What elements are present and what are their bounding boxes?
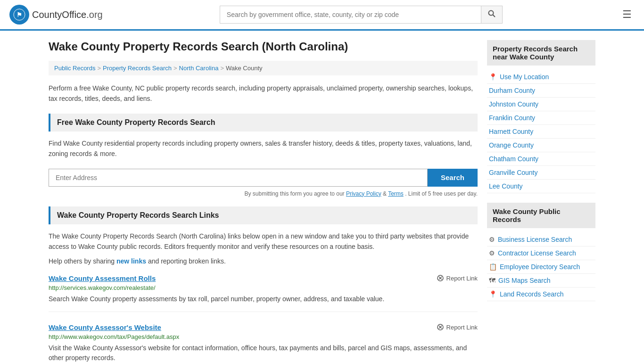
terms-link[interactable]: Terms <box>388 190 404 197</box>
header-search-area <box>220 6 503 24</box>
svg-line-3 <box>493 15 495 17</box>
privacy-policy-link[interactable]: Privacy Policy <box>346 190 381 197</box>
record-url-1[interactable]: http://services.wakegov.com/realestate/ <box>49 284 478 291</box>
land-icon: 📍 <box>489 290 497 298</box>
address-search-bar: Search <box>49 169 478 187</box>
breadcrumb-north-carolina[interactable]: North Carolina <box>179 65 219 72</box>
map-icon: 🗺 <box>489 277 495 284</box>
sidebar: Property Records Search near Wake County… <box>487 40 595 362</box>
main-content: Wake County Property Records Search (Nor… <box>49 40 478 362</box>
sidebar-item-lee[interactable]: Lee County <box>487 180 595 193</box>
report-link-2[interactable]: Report Link <box>437 323 478 331</box>
sidebar-item-land-records[interactable]: 📍 Land Records Search <box>487 288 595 301</box>
use-location-link[interactable]: Use My Location <box>500 73 549 81</box>
page-description: Perform a free Wake County, NC public pr… <box>49 83 478 104</box>
header-search-button[interactable] <box>481 6 503 24</box>
links-section-heading: Wake County Property Records Search Link… <box>49 206 478 224</box>
location-icon: 📍 <box>489 73 497 81</box>
svg-text:⚑: ⚑ <box>17 11 22 18</box>
main-container: Wake County Property Records Search (Nor… <box>39 31 605 362</box>
svg-point-2 <box>488 11 493 16</box>
site-header: ⚑ CountyOffice.org ☰ <box>0 0 644 31</box>
sidebar-item-business-license[interactable]: ⚙ Business License Search <box>487 233 595 247</box>
nearby-heading: Property Records Search near Wake County <box>487 40 595 66</box>
sidebar-item-orange[interactable]: Orange County <box>487 139 595 152</box>
share-note: Help others by sharing new links and rep… <box>49 257 478 265</box>
public-records-section: Wake County Public Records ⚙ Business Li… <box>487 203 595 301</box>
record-title-2[interactable]: Wake County Assessor's Website <box>49 323 161 331</box>
record-desc-1: Search Wake County property assessments … <box>49 294 478 304</box>
breadcrumb: Public Records > Property Records Search… <box>49 61 478 75</box>
form-note: By submitting this form you agree to our… <box>49 190 478 197</box>
sidebar-item-johnston[interactable]: Johnston County <box>487 98 595 111</box>
record-title-1[interactable]: Wake County Assessment Rolls <box>49 274 156 282</box>
links-description: The Wake County Property Records Search … <box>49 231 478 252</box>
record-item-assessment-rolls: Wake County Assessment Rolls Report Link… <box>49 274 478 312</box>
record-url-2[interactable]: http://www.wakegov.com/tax/Pages/default… <box>49 333 478 340</box>
hamburger-menu[interactable]: ☰ <box>619 6 635 24</box>
free-search-heading: Free Wake County Property Records Search <box>49 114 478 132</box>
links-section: Wake County Property Records Search Link… <box>49 206 478 362</box>
page-title: Wake County Property Records Search (Nor… <box>49 40 478 53</box>
directory-icon: 📋 <box>489 263 497 271</box>
breadcrumb-current: Wake County <box>226 65 263 72</box>
free-search-section: Free Wake County Property Records Search… <box>49 114 478 197</box>
gear-icon-2: ⚙ <box>489 249 495 257</box>
sidebar-item-contractor-license[interactable]: ⚙ Contractor License Search <box>487 247 595 260</box>
report-link-1[interactable]: Report Link <box>437 274 478 282</box>
breadcrumb-public-records[interactable]: Public Records <box>54 65 95 72</box>
breadcrumb-property-records-search[interactable]: Property Records Search <box>103 65 172 72</box>
address-search-input[interactable] <box>49 169 428 187</box>
use-my-location[interactable]: 📍 Use My Location <box>487 70 595 84</box>
sidebar-item-durham[interactable]: Durham County <box>487 84 595 98</box>
sidebar-item-gis-maps[interactable]: 🗺 GIS Maps Search <box>487 274 595 288</box>
logo-icon: ⚑ <box>9 5 29 25</box>
free-search-description: Find Wake County residential property re… <box>49 138 478 159</box>
logo-area: ⚑ CountyOffice.org <box>9 5 103 25</box>
sidebar-item-harnett[interactable]: Harnett County <box>487 125 595 139</box>
record-header-2: Wake County Assessor's Website Report Li… <box>49 323 478 331</box>
public-records-heading: Wake County Public Records <box>487 203 595 228</box>
sidebar-item-chatham[interactable]: Chatham County <box>487 152 595 166</box>
sidebar-item-franklin[interactable]: Franklin County <box>487 111 595 125</box>
nearby-section: Property Records Search near Wake County… <box>487 40 595 193</box>
sidebar-item-granville[interactable]: Granville County <box>487 166 595 180</box>
record-item-assessor: Wake County Assessor's Website Report Li… <box>49 323 478 362</box>
new-links-link[interactable]: new links <box>116 257 146 265</box>
address-search-button[interactable]: Search <box>428 169 478 187</box>
record-desc-2: Visit the Wake County Assessor's website… <box>49 343 478 362</box>
gear-icon-1: ⚙ <box>489 236 495 243</box>
record-header-1: Wake County Assessment Rolls Report Link <box>49 274 478 282</box>
header-search-input[interactable] <box>220 6 481 24</box>
sidebar-item-employee-directory[interactable]: 📋 Employee Directory Search <box>487 260 595 274</box>
logo-text: CountyOffice.org <box>32 9 103 20</box>
